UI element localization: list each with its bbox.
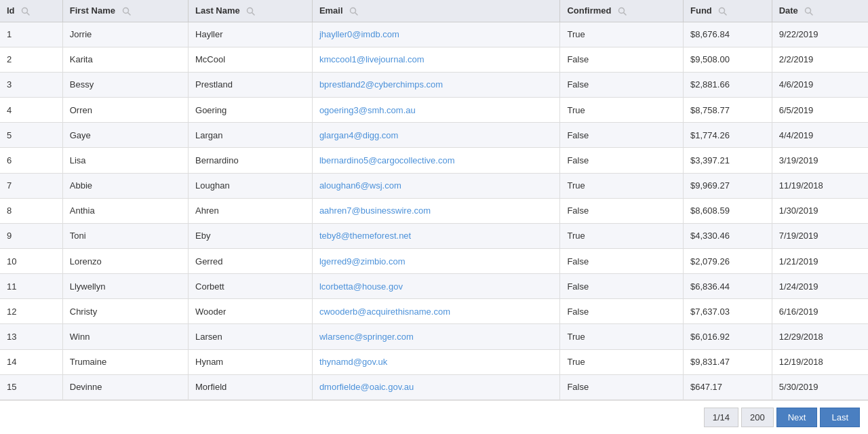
cell-fund: $1,774.26 xyxy=(684,123,772,148)
email-link[interactable]: lgerred9@zimbio.com xyxy=(319,256,406,267)
cell-firstName: Lorenzo xyxy=(62,248,188,273)
cell-lastName: Wooder xyxy=(189,299,313,324)
cell-date: 1/21/2019 xyxy=(772,248,868,273)
table-row: 2KaritaMcCoolkmccool1@livejournal.comFal… xyxy=(0,47,868,72)
email-link[interactable]: thynamd@gov.uk xyxy=(319,357,387,367)
cell-date: 9/22/2019 xyxy=(772,22,868,47)
col-header-lastname[interactable]: Last Name xyxy=(189,0,313,22)
cell-firstName: Gaye xyxy=(62,123,188,148)
cell-confirmed: False xyxy=(560,123,684,148)
col-header-fund[interactable]: Fund xyxy=(684,0,772,22)
cell-fund: $3,397.21 xyxy=(684,148,772,173)
cell-firstName: Lisa xyxy=(62,148,188,173)
cell-email[interactable]: teby8@themeforest.net xyxy=(312,223,560,248)
cell-confirmed: False xyxy=(560,148,684,173)
cell-confirmed: True xyxy=(560,22,684,47)
cell-firstName: Bessy xyxy=(62,72,188,97)
search-icon-confirmed[interactable] xyxy=(618,7,627,16)
col-label-confirmed: Confirmed xyxy=(567,5,611,16)
email-link[interactable]: wlarsenc@springer.com xyxy=(319,332,414,342)
cell-confirmed: True xyxy=(560,173,684,198)
cell-email[interactable]: aahren7@businesswire.com xyxy=(312,198,560,223)
col-header-confirmed[interactable]: Confirmed xyxy=(560,0,684,22)
email-link[interactable]: bprestland2@cyberchimps.com xyxy=(319,79,443,90)
cell-fund: $2,881.66 xyxy=(684,72,772,97)
cell-lastName: Larsen xyxy=(189,324,313,349)
cell-fund: $8,676.84 xyxy=(684,22,772,47)
cell-email[interactable]: cwooderb@acquirethisname.com xyxy=(312,299,560,324)
table-row: 3BessyPrestlandbprestland2@cyberchimps.c… xyxy=(0,72,868,97)
cell-lastName: McCool xyxy=(189,47,313,72)
cell-date: 11/19/2018 xyxy=(772,173,868,198)
cell-email[interactable]: dmorfielde@oaic.gov.au xyxy=(312,374,560,399)
cell-fund: $6,836.44 xyxy=(684,274,772,299)
cell-fund: $8,758.77 xyxy=(684,98,772,123)
cell-confirmed: True xyxy=(560,349,684,374)
search-icon-lastname[interactable] xyxy=(246,7,256,16)
cell-lastName: Morfield xyxy=(189,374,313,399)
cell-email[interactable]: aloughan6@wsj.com xyxy=(312,173,560,198)
table-row: 11LlywellynCorbettlcorbetta@house.govFal… xyxy=(0,274,868,299)
email-link[interactable]: kmccool1@livejournal.com xyxy=(319,54,425,64)
svg-line-3 xyxy=(127,12,130,15)
cell-confirmed: False xyxy=(560,72,684,97)
cell-date: 7/19/2019 xyxy=(772,223,868,248)
cell-email[interactable]: glargan4@digg.com xyxy=(312,123,560,148)
col-label-id: Id xyxy=(7,5,15,16)
email-link[interactable]: teby8@themeforest.net xyxy=(319,231,411,241)
cell-fund: $2,079.26 xyxy=(684,248,772,273)
col-header-email[interactable]: Email xyxy=(312,0,560,22)
col-label-email: Email xyxy=(319,5,343,16)
cell-email[interactable]: lgerred9@zimbio.com xyxy=(312,248,560,273)
svg-line-13 xyxy=(810,12,813,15)
cell-id: 9 xyxy=(0,223,62,248)
table-row: 1JorrieHayllerjhayller0@imdb.comTrue$8,6… xyxy=(0,22,868,47)
cell-date: 5/30/2019 xyxy=(772,374,868,399)
email-link[interactable]: glargan4@digg.com xyxy=(319,130,399,140)
search-icon-email[interactable] xyxy=(349,7,359,16)
col-header-id[interactable]: Id xyxy=(0,0,62,22)
cell-id: 3 xyxy=(0,72,62,97)
cell-firstName: Christy xyxy=(62,299,188,324)
search-icon-id[interactable] xyxy=(21,7,31,16)
svg-line-11 xyxy=(724,12,727,15)
cell-firstName: Abbie xyxy=(62,173,188,198)
col-header-date[interactable]: Date xyxy=(772,0,868,22)
email-link[interactable]: lbernardino5@cargocollective.com xyxy=(319,155,455,165)
email-link[interactable]: jhayller0@imdb.com xyxy=(319,29,399,39)
next-button[interactable]: Next xyxy=(776,408,818,427)
table-row: 12ChristyWoodercwooderb@acquirethisname.… xyxy=(0,299,868,324)
search-icon-date[interactable] xyxy=(804,7,814,16)
cell-email[interactable]: lcorbetta@house.gov xyxy=(312,274,560,299)
cell-date: 3/19/2019 xyxy=(772,148,868,173)
cell-id: 4 xyxy=(0,98,62,123)
table-row: 9ToniEbyteby8@themeforest.netTrue$4,330.… xyxy=(0,223,868,248)
svg-line-1 xyxy=(27,12,30,15)
email-link[interactable]: ogoering3@smh.com.au xyxy=(319,105,416,115)
cell-fund: $9,508.00 xyxy=(684,47,772,72)
email-link[interactable]: aloughan6@wsj.com xyxy=(319,180,401,191)
cell-email[interactable]: ogoering3@smh.com.au xyxy=(312,98,560,123)
cell-lastName: Corbett xyxy=(189,274,313,299)
email-link[interactable]: lcorbetta@house.gov xyxy=(319,281,403,292)
cell-email[interactable]: thynamd@gov.uk xyxy=(312,349,560,374)
cell-confirmed: True xyxy=(560,98,684,123)
col-header-firstname[interactable]: First Name xyxy=(62,0,188,22)
cell-lastName: Bernardino xyxy=(189,148,313,173)
col-label-fund: Fund xyxy=(690,5,712,16)
last-button[interactable]: Last xyxy=(820,408,860,427)
search-icon-firstname[interactable] xyxy=(122,7,132,16)
cell-lastName: Gerred xyxy=(189,248,313,273)
data-table-container: Id First Name xyxy=(0,0,868,434)
svg-line-9 xyxy=(624,12,627,15)
cell-email[interactable]: kmccool1@livejournal.com xyxy=(312,47,560,72)
cell-email[interactable]: lbernardino5@cargocollective.com xyxy=(312,148,560,173)
cell-email[interactable]: jhayller0@imdb.com xyxy=(312,22,560,47)
email-link[interactable]: dmorfielde@oaic.gov.au xyxy=(319,382,414,392)
cell-confirmed: False xyxy=(560,274,684,299)
email-link[interactable]: aahren7@businesswire.com xyxy=(319,205,431,216)
cell-email[interactable]: bprestland2@cyberchimps.com xyxy=(312,72,560,97)
search-icon-fund[interactable] xyxy=(718,7,728,16)
cell-email[interactable]: wlarsenc@springer.com xyxy=(312,324,560,349)
email-link[interactable]: cwooderb@acquirethisname.com xyxy=(319,307,450,317)
